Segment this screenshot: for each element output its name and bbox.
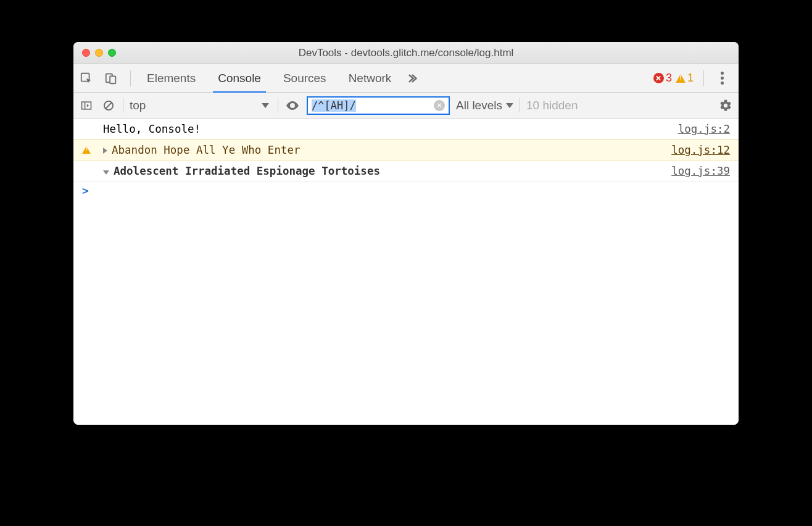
zoom-window-button[interactable] (108, 49, 116, 57)
disclosure-down-icon[interactable] (103, 170, 109, 175)
tab-network[interactable]: Network (338, 64, 403, 92)
warning-icon (676, 74, 686, 83)
error-icon: ✕ (653, 73, 664, 83)
separator (123, 98, 123, 112)
warning-icon (82, 146, 91, 154)
separator (703, 70, 704, 86)
log-row-warning[interactable]: Abandon Hope All Ye Who Enter log.js:12 (73, 140, 739, 161)
log-levels-selector[interactable]: All levels (456, 99, 513, 112)
device-toggle-icon[interactable] (103, 70, 119, 86)
separator (520, 98, 520, 112)
hidden-messages-label[interactable]: 10 hidden (526, 99, 578, 112)
overflow-menu-button[interactable] (714, 72, 730, 85)
window-title: DevTools - devtools.glitch.me/console/lo… (73, 47, 739, 59)
clear-console-button[interactable] (101, 98, 117, 114)
log-row-group[interactable]: Adolescent Irradiated Espionage Tortoise… (73, 161, 739, 182)
clear-filter-button[interactable]: ✕ (434, 100, 445, 111)
minimize-window-button[interactable] (95, 49, 103, 57)
filter-input[interactable] (312, 99, 434, 112)
tabs: Elements Console Sources Network (136, 64, 421, 92)
titlebar: DevTools - devtools.glitch.me/console/lo… (73, 42, 739, 64)
svg-rect-2 (110, 76, 115, 83)
tab-elements[interactable]: Elements (136, 64, 207, 92)
row-gutter (82, 146, 103, 154)
svg-point-8 (291, 104, 294, 107)
console-messages: Hello, Console! log.js:2 Abandon Hope Al… (73, 119, 739, 425)
tab-sources[interactable]: Sources (272, 64, 338, 92)
live-expression-button[interactable] (284, 98, 300, 114)
log-source-link[interactable]: log.js:12 (671, 144, 730, 156)
log-row[interactable]: Hello, Console! log.js:2 (73, 119, 739, 140)
inspect-element-icon[interactable] (78, 70, 94, 86)
window-controls (73, 49, 116, 57)
disclosure-right-icon[interactable] (103, 148, 107, 154)
error-badge[interactable]: ✕ 3 (653, 72, 672, 85)
console-toolbar: top ✕ All levels 10 hidden (73, 93, 739, 119)
error-count: 3 (666, 72, 672, 85)
more-tabs-button[interactable] (402, 64, 421, 92)
svg-line-7 (106, 102, 112, 109)
warning-badge[interactable]: 1 (676, 72, 694, 85)
console-prompt-row[interactable]: > (73, 182, 739, 199)
prompt-icon: > (82, 184, 89, 197)
separator (278, 98, 278, 112)
chevron-down-icon (262, 103, 269, 108)
log-source-link[interactable]: log.js:39 (671, 165, 730, 177)
chevron-down-icon (506, 103, 513, 108)
levels-label: All levels (456, 99, 502, 112)
log-message: Abandon Hope All Ye Who Enter (103, 144, 671, 156)
devtools-window: DevTools - devtools.glitch.me/console/lo… (73, 42, 739, 425)
separator (130, 70, 131, 86)
svg-rect-3 (82, 102, 91, 109)
toggle-sidebar-button[interactable] (78, 98, 94, 114)
context-label: top (130, 99, 146, 112)
console-settings-button[interactable] (718, 98, 734, 114)
log-message: Adolescent Irradiated Espionage Tortoise… (103, 165, 671, 177)
filter-input-wrapper: ✕ (307, 96, 450, 115)
svg-marker-5 (87, 104, 89, 107)
main-tabbar: Elements Console Sources Network ✕ 3 1 (73, 64, 739, 93)
log-source-link[interactable]: log.js:2 (678, 123, 730, 135)
log-message: Hello, Console! (103, 123, 678, 135)
tab-console[interactable]: Console (207, 64, 272, 92)
warning-count: 1 (687, 72, 694, 85)
close-window-button[interactable] (82, 49, 90, 57)
execution-context-selector[interactable]: top (130, 99, 271, 112)
